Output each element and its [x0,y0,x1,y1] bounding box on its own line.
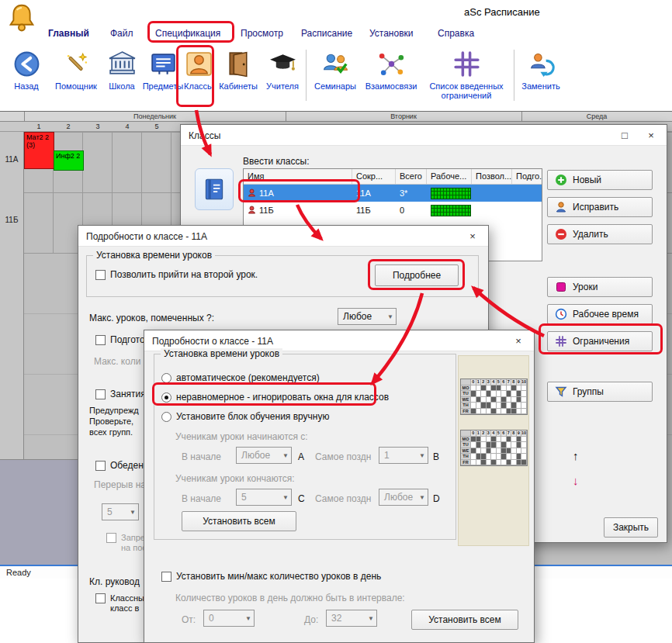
worktime-button[interactable]: Рабочее время [547,304,653,324]
min-lessons-combo[interactable]: 0 [203,610,255,627]
graduation-cap-icon [262,48,303,81]
letter-d: D [433,493,440,504]
start-to-combo[interactable]: 1 [379,447,428,464]
menu-item-timetable[interactable]: Расписание [301,28,352,39]
classes-dialog-titlebar[interactable]: Классы □ × [181,125,667,146]
latest-label: Самое поздн [315,493,371,504]
lessons-button[interactable]: Уроки [547,277,653,297]
toolbar-button-classes[interactable]: Классы [183,48,214,91]
replace-person-icon [518,48,563,81]
close-button[interactable]: × [462,226,483,247]
class-abbr: 11Б [352,202,396,219]
to-label: До: [304,614,318,625]
column-header-name[interactable]: Имя [244,169,352,184]
max-marked-combo[interactable]: Любое [338,308,397,325]
window-title: aSc Расписание [464,6,540,18]
note-line: Проверьте, [89,417,133,426]
toolbar-separator [514,50,514,101]
toolbar-button-teachers[interactable]: Учителя [262,48,303,91]
window-titlebar: aSc Расписание [0,0,672,23]
activities-checkbox[interactable] [95,389,106,399]
maximize-button[interactable]: □ [614,125,636,146]
apply-all-button[interactable]: Установить всем [182,511,296,531]
menu-item-specification[interactable]: Спецификация [155,28,220,39]
radio-manual[interactable] [161,412,171,422]
class-teacher-label: Кл. руковод [89,576,140,587]
move-down-arrow[interactable]: ↓ [573,474,579,487]
details-front-title: Подробности о классе - 11А [152,336,273,347]
classroom-checkbox[interactable] [95,593,106,603]
at-first-label: В начале [182,493,221,504]
max-count-label: Макс. коли [94,356,140,367]
allow-second-lesson-label: Позволить прийти на второй урок. [110,269,258,280]
prep-row: Подготов [95,334,150,345]
prep-checkbox[interactable] [95,335,106,345]
move-up-arrow[interactable]: ↑ [573,449,579,462]
delete-button[interactable]: Удалить [547,224,653,244]
constraint-grid-bottom: 012345678910MOTUWETHFR [460,430,528,466]
start-from-combo[interactable]: Любое [236,447,292,464]
forbid-checkbox[interactable] [106,533,116,543]
lesson-card-math[interactable]: Мат2 2 (3) [24,132,54,169]
toolbar-button-seminars[interactable]: Семинары [310,48,360,91]
close-button[interactable]: × [507,330,529,351]
interval-label: Количество уроков в день должно быть в и… [175,593,405,603]
toolbar-label-relations: Взаимосвязи [362,81,421,91]
close-dialog-button[interactable]: Закрыть [604,517,658,538]
column-header-abbr[interactable]: Сокр... [352,169,396,184]
class-total: 3* [396,185,427,202]
toolbar-separator [306,50,307,101]
allow-second-lesson-checkbox[interactable] [95,270,106,280]
latest-label: Самое поздн [315,451,371,462]
menu-item-main[interactable]: Главный [48,28,89,39]
toolbar-label-teachers: Учителя [262,81,303,91]
new-button-label: Новый [573,175,601,185]
break-combo[interactable]: 5 [102,503,139,520]
toolbar-button-school[interactable]: Школа [104,48,140,91]
toolbar-button-relations[interactable]: Взаимосвязи [362,48,421,91]
column-header-allow[interactable]: Позвол... [472,169,512,184]
radio-auto[interactable] [161,373,171,383]
classes-table-header: Имя Сокр... Всего Рабоче... Позвол... По… [244,169,542,185]
column-header-prep[interactable]: Подго... [512,169,542,184]
class-person-icon [248,188,256,199]
menu-item-settings[interactable]: Установки [369,28,413,39]
apply-all-button-2[interactable]: Установить всем [411,610,518,630]
lunch-checkbox[interactable] [95,461,106,471]
constraints-button[interactable]: Ограничения [547,331,653,351]
menu-bar: Главный Файл Спецификация Просмотр Распи… [0,23,672,43]
lesson-card-informatics[interactable]: Инф2 2 [54,150,84,171]
toolbar-button-back[interactable]: Назад [6,48,47,91]
class-row-11b[interactable]: 11Б 11Б 0 [244,202,542,219]
toolbar-label-assistant: Помощник [50,81,102,91]
toolbar-button-subjects[interactable]: Предметы [141,48,185,91]
toolbar-button-assistant[interactable]: Помощник [50,48,102,91]
details-back-titlebar[interactable]: Подробности о классе - 11А × [78,226,488,247]
toolbar-button-constraints-list[interactable]: Список введенных ограничений [424,48,509,101]
groups-button[interactable]: Группы [547,382,653,402]
subjects-board-icon [141,48,185,81]
toolbar-button-rooms[interactable]: Кабинеты [216,48,261,91]
close-button[interactable]: × [640,125,662,146]
end-to-combo[interactable]: Любое [379,489,428,506]
column-header-total[interactable]: Всего [396,169,427,184]
minmax-checkbox[interactable] [161,572,171,582]
class-name: 11Б [259,206,274,215]
new-button[interactable]: Новый [547,170,653,190]
toolbar-button-replace[interactable]: Заменить [518,48,563,91]
clock-icon [555,308,567,320]
edit-button[interactable]: Исправить [547,197,653,217]
menu-item-file[interactable]: Файл [110,28,133,39]
column-header-worktime[interactable]: Рабоче... [427,169,472,184]
more-details-button[interactable]: Подробнее [375,264,459,286]
toolbar-label-school: Школа [104,81,140,91]
class-row-11a[interactable]: 11А 11А 3* [244,185,542,202]
end-from-combo[interactable]: 5 [236,489,292,506]
menu-item-view[interactable]: Просмотр [241,28,283,39]
radio-uneven[interactable] [161,392,171,403]
max-lessons-combo[interactable]: 32 [326,610,377,627]
menu-item-help[interactable]: Справка [438,28,474,39]
groups-button-label: Группы [573,386,604,397]
worktime-button-label: Рабочее время [573,309,639,320]
class-allow [472,202,512,219]
